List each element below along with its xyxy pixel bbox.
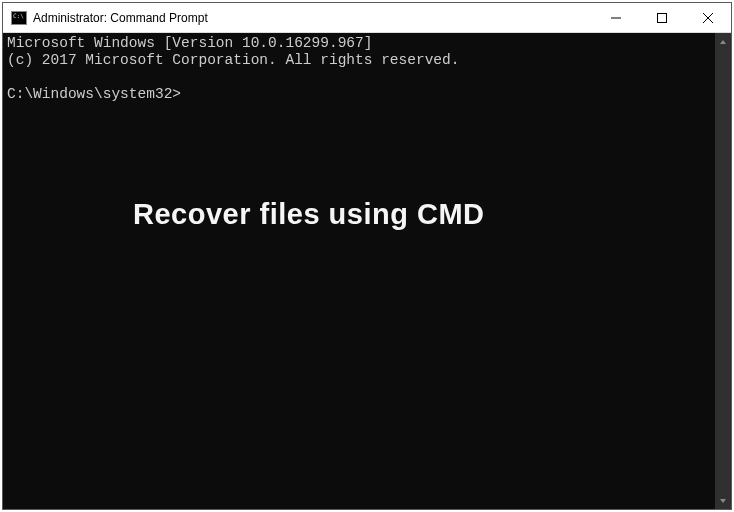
scroll-up-button[interactable] <box>715 33 731 50</box>
terminal-line-copyright: (c) 2017 Microsoft Corporation. All righ… <box>7 52 459 68</box>
close-button[interactable] <box>685 3 731 32</box>
window-controls <box>593 3 731 32</box>
svg-rect-1 <box>658 13 667 22</box>
scroll-down-button[interactable] <box>715 492 731 509</box>
scroll-track[interactable] <box>715 50 731 492</box>
terminal-line-version: Microsoft Windows [Version 10.0.16299.96… <box>7 35 372 51</box>
minimize-button[interactable] <box>593 3 639 32</box>
command-prompt-window: Administrator: Command Prompt Microsoft … <box>2 2 732 510</box>
minimize-icon <box>611 13 621 23</box>
terminal-prompt: C:\Windows\system32> <box>7 86 181 102</box>
maximize-button[interactable] <box>639 3 685 32</box>
overlay-caption: Recover files using CMD <box>133 206 485 223</box>
chevron-up-icon <box>719 38 727 46</box>
svg-marker-5 <box>720 499 726 503</box>
cmd-icon <box>11 11 27 25</box>
svg-marker-4 <box>720 40 726 44</box>
maximize-icon <box>657 13 667 23</box>
window-title: Administrator: Command Prompt <box>33 11 593 25</box>
vertical-scrollbar[interactable] <box>715 33 731 509</box>
content-area: Microsoft Windows [Version 10.0.16299.96… <box>3 33 731 509</box>
chevron-down-icon <box>719 497 727 505</box>
titlebar[interactable]: Administrator: Command Prompt <box>3 3 731 33</box>
close-icon <box>703 13 713 23</box>
terminal-output[interactable]: Microsoft Windows [Version 10.0.16299.96… <box>3 33 715 509</box>
